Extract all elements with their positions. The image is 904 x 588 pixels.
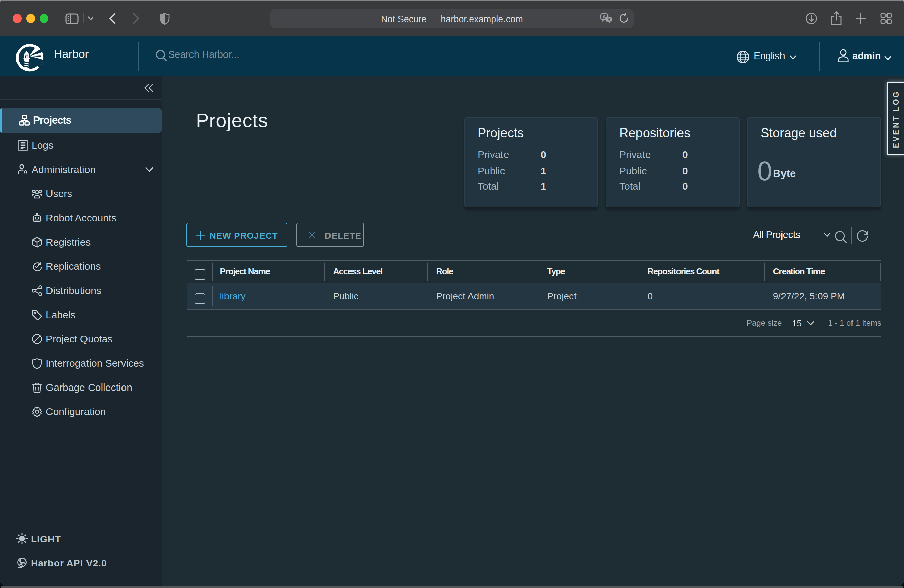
svg-text:文: 文: [607, 17, 611, 21]
svg-text:A: A: [602, 14, 606, 19]
